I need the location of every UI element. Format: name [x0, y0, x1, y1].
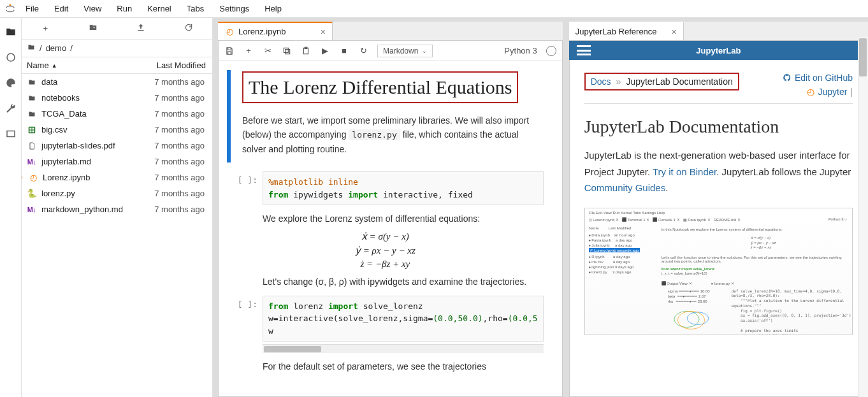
- svg-rect-2: [7, 131, 15, 137]
- code-editor[interactable]: from lorenz import solve_lorenz w=intera…: [263, 296, 544, 342]
- svg-rect-7: [30, 130, 32, 132]
- guides-link[interactable]: Community Guides: [584, 182, 666, 193]
- scrollbar-thumb[interactable]: [264, 346, 321, 352]
- tab-lorenz[interactable]: ◴Lorenz.ipynb ×: [218, 22, 333, 40]
- docs-header: JupyterLab: [569, 41, 868, 60]
- new-folder-icon[interactable]: +: [74, 23, 112, 34]
- activity-tabs-icon[interactable]: [4, 127, 17, 140]
- activity-running-icon[interactable]: [4, 51, 17, 64]
- svg-rect-9: [284, 48, 288, 52]
- vertical-scrollbar[interactable]: [858, 37, 868, 397]
- save-icon[interactable]: [224, 46, 235, 56]
- folder-icon: [27, 93, 37, 103]
- file-modified: 7 months ago: [131, 125, 207, 134]
- add-cell-icon[interactable]: +: [243, 46, 254, 56]
- file-name: Lorenz.ipynb: [43, 173, 90, 182]
- menu-kernel[interactable]: Kernel: [141, 1, 178, 16]
- code-cell-1[interactable]: [ ]: %matplotlib inline from ipywidgets …: [227, 171, 544, 205]
- activity-palette-icon[interactable]: [4, 76, 17, 89]
- kernel-status-icon[interactable]: [546, 46, 556, 56]
- tab-reference[interactable]: JupyterLab Reference ×: [569, 22, 684, 40]
- notebook-panel: ◴Lorenz.ipynb × + ✂ ▶ ■ ↻ Markdown⌄ Pyth…: [218, 22, 563, 397]
- restart-icon[interactable]: ↻: [358, 46, 368, 56]
- paste-icon[interactable]: [301, 46, 311, 56]
- docs-heading: JupyterLab Documentation: [584, 117, 853, 137]
- intro-paragraph: Before we start, we import some prelimin…: [242, 113, 544, 157]
- file-row[interactable]: ◴Lorenz.ipynb7 months ago: [22, 170, 212, 185]
- file-row[interactable]: jupyterlab-slides.pdf7 months ago: [22, 138, 212, 154]
- file-name: markdown_python.md: [41, 205, 123, 214]
- svg-rect-10: [286, 49, 290, 54]
- svg-text:+: +: [93, 25, 96, 29]
- notebook-body[interactable]: The Lorenz Differential Equations Before…: [218, 61, 563, 397]
- markdown-cell[interactable]: The Lorenz Differential Equations Before…: [227, 70, 544, 162]
- menu-view[interactable]: View: [77, 1, 108, 16]
- cut-icon[interactable]: ✂: [263, 46, 273, 56]
- header-name[interactable]: Name ▲: [22, 61, 136, 70]
- docs-body[interactable]: JupyterLab Edit on GitHub ◴Jupyter| Docs…: [569, 41, 868, 397]
- notebook-title: The Lorenz Differential Equations: [249, 75, 512, 99]
- sort-asc-icon: ▲: [52, 62, 57, 69]
- file-row[interactable]: notebooks7 months ago: [22, 90, 212, 106]
- divider: [584, 103, 853, 104]
- refresh-icon[interactable]: [170, 23, 208, 34]
- kernel-name[interactable]: Python 3: [504, 46, 537, 55]
- docs-side-links: Edit on GitHub ◴Jupyter|: [783, 73, 853, 101]
- stop-icon[interactable]: ■: [339, 46, 349, 56]
- menu-run[interactable]: Run: [110, 1, 138, 16]
- code-editor[interactable]: %matplotlib inline from ipywidgets impor…: [263, 171, 544, 205]
- pdf-icon: [27, 141, 37, 151]
- upload-icon[interactable]: [122, 23, 160, 34]
- file-modified: 7 months ago: [131, 77, 207, 87]
- close-icon[interactable]: ×: [321, 27, 326, 37]
- file-row[interactable]: big.csv7 months ago: [22, 122, 212, 138]
- file-row[interactable]: M↓jupyterlab.md7 months ago: [22, 154, 212, 170]
- change-text: Let's change (σ, β, ρ) with ipywidgets a…: [263, 275, 544, 289]
- copy-icon[interactable]: [282, 46, 292, 56]
- docs-tabbar: JupyterLab Reference ×: [569, 22, 868, 41]
- docs-bc-docs[interactable]: Docs: [591, 76, 611, 87]
- tab-label: JupyterLab Reference: [575, 27, 657, 36]
- hamburger-icon[interactable]: [577, 45, 591, 55]
- cell-prompt: [ ]:: [227, 171, 263, 205]
- new-launcher-icon[interactable]: +: [26, 24, 64, 33]
- file-modified: 7 months ago: [131, 109, 207, 119]
- run-icon[interactable]: ▶: [320, 46, 330, 56]
- svg-rect-5: [30, 127, 32, 129]
- explore-text: We explore the Lorenz system of differen…: [263, 212, 544, 226]
- breadcrumb-root[interactable]: /: [40, 43, 42, 53]
- file-modified: 7 months ago: [131, 157, 207, 166]
- folder-icon: [27, 109, 37, 119]
- trail-text: For the default set of parameters, we se…: [263, 359, 544, 373]
- file-name: jupyterlab-slides.pdf: [41, 141, 115, 150]
- running-dot-icon: [22, 176, 22, 179]
- celltype-select[interactable]: Markdown⌄: [377, 45, 433, 57]
- file-modified: 7 months ago: [131, 141, 207, 150]
- close-icon[interactable]: ×: [671, 27, 676, 37]
- menu-settings[interactable]: Settings: [213, 1, 256, 16]
- menu-edit[interactable]: Edit: [48, 1, 75, 16]
- file-name: data: [41, 77, 57, 87]
- file-row[interactable]: TCGA_Data7 months ago: [22, 106, 212, 122]
- file-modified: 7 months ago: [131, 205, 207, 214]
- horizontal-scrollbar[interactable]: [263, 344, 544, 353]
- file-row[interactable]: 🐍lorenz.py7 months ago: [22, 185, 212, 201]
- breadcrumb[interactable]: / demo /: [22, 40, 212, 57]
- menu-file[interactable]: File: [19, 1, 45, 16]
- jupyter-link[interactable]: ◴Jupyter|: [783, 87, 853, 97]
- header-modified[interactable]: Last Modified: [136, 61, 212, 70]
- file-toolbar: + +: [22, 18, 212, 40]
- activity-files-icon[interactable]: [4, 25, 17, 38]
- activity-wrench-icon[interactable]: [4, 102, 17, 115]
- menu-help[interactable]: Help: [258, 1, 288, 16]
- file-row[interactable]: M↓markdown_python.md7 months ago: [22, 201, 212, 217]
- menu-tabs[interactable]: Tabs: [180, 1, 210, 16]
- code-cell-2[interactable]: [ ]: from lorenz import solve_lorenz w=i…: [227, 296, 544, 354]
- file-row[interactable]: data7 months ago: [22, 74, 212, 90]
- equation-1: ẋ = σ(y − x): [227, 231, 544, 242]
- scrollbar-thumb[interactable]: [859, 38, 867, 76]
- edit-github-link[interactable]: Edit on GitHub: [783, 73, 853, 83]
- file-name: jupyterlab.md: [41, 157, 91, 166]
- breadcrumb-folder[interactable]: demo: [46, 43, 67, 53]
- binder-link[interactable]: Try it on Binder: [653, 166, 716, 177]
